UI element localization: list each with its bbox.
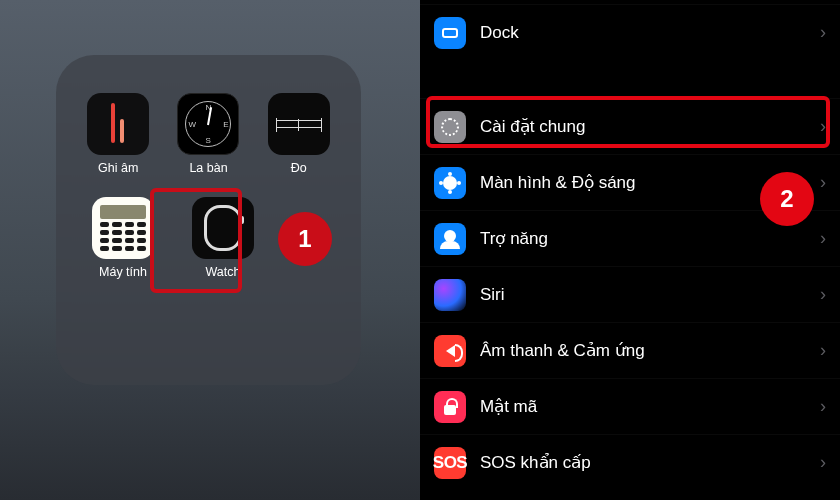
brightness-icon [434,167,466,199]
chevron-right-icon: › [820,284,826,305]
row-sound[interactable]: Âm thanh & Cảm ứng › [420,322,840,378]
row-label: Siri [480,285,820,305]
row-siri[interactable]: Siri › [420,266,840,322]
chevron-right-icon: › [820,228,826,249]
chevron-right-icon: › [820,452,826,473]
calculator-icon [92,197,154,259]
settings-list-top[interactable]: Dock › [420,0,840,64]
row-label: Dock [480,23,820,43]
app-label: La bàn [189,161,227,175]
section-separator [420,64,840,94]
chevron-right-icon: › [820,340,826,361]
row-label: Mật mã [480,396,820,417]
watch-icon [192,197,254,259]
step-badge-1: 1 [278,212,332,266]
folder-row-1: Ghi âm NSEW La bàn Đo [84,93,333,175]
siri-icon [434,279,466,311]
sos-icon: SOS [434,447,466,479]
sound-icon [434,335,466,367]
row-label: SOS khẩn cấp [480,452,820,473]
compass-app[interactable]: NSEW La bàn [174,93,242,175]
chevron-right-icon: › [820,22,826,43]
row-label: Cài đặt chung [480,116,820,137]
measure-app[interactable]: Đo [265,93,333,175]
chevron-right-icon: › [820,116,826,137]
row-label: Âm thanh & Cảm ứng [480,340,820,361]
home-screen-panel: Ghi âm NSEW La bàn Đo Máy tính [0,0,420,500]
compass-icon: NSEW [177,93,239,155]
voice-memos-app[interactable]: Ghi âm [84,93,152,175]
row-dock[interactable]: Dock › [420,4,840,60]
row-passcode[interactable]: Mật mã › [420,378,840,434]
app-label: Đo [291,161,307,175]
step-badge-2: 2 [760,172,814,226]
row-general[interactable]: Cài đặt chung › [420,98,840,154]
dock-icon [434,17,466,49]
app-label: Ghi âm [98,161,138,175]
measure-icon [268,93,330,155]
app-label: Watch [206,265,241,279]
voice-memos-icon [87,93,149,155]
watch-app[interactable]: Watch [184,197,262,279]
chevron-right-icon: › [820,396,826,417]
lock-icon [434,391,466,423]
row-label: Trợ năng [480,228,820,249]
calculator-app[interactable]: Máy tính [84,197,162,279]
gear-icon [434,111,466,143]
settings-list-main[interactable]: Cài đặt chung › Màn hình & Độ sáng › Trợ… [420,94,840,494]
chevron-right-icon: › [820,172,826,193]
watch-settings-panel: Dock › Cài đặt chung › Màn hình & Độ sán… [420,0,840,500]
accessibility-icon [434,223,466,255]
app-label: Máy tính [99,265,147,279]
row-sos[interactable]: SOS SOS khẩn cấp › [420,434,840,490]
